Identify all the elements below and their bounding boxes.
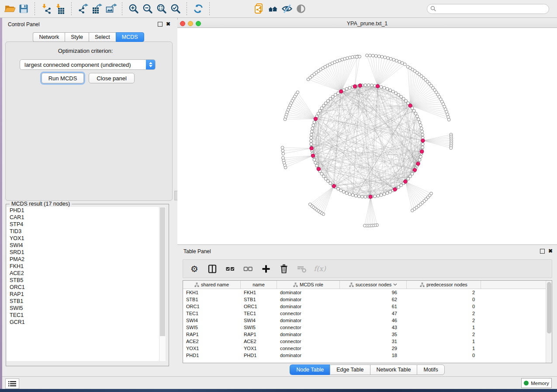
- graph-edge[interactable]: [408, 67, 411, 106]
- graph-node[interactable]: [281, 149, 284, 152]
- graph-node[interactable]: [310, 143, 313, 146]
- graph-node[interactable]: [387, 57, 390, 60]
- graph-node[interactable]: [398, 60, 401, 63]
- graph-node[interactable]: [417, 118, 420, 121]
- graph-edge[interactable]: [312, 76, 341, 92]
- table-row[interactable]: SWI5SWI5connector431: [183, 324, 552, 331]
- table-cell[interactable]: 18: [340, 353, 407, 358]
- graph-edge[interactable]: [320, 186, 334, 212]
- graph-edge[interactable]: [423, 141, 451, 148]
- graph-node[interactable]: [312, 124, 315, 127]
- mcds-result-item[interactable]: SRD1: [7, 249, 159, 256]
- graph-edge[interactable]: [367, 197, 370, 226]
- table-cell[interactable]: 43: [340, 325, 407, 330]
- graph-node[interactable]: [419, 124, 422, 127]
- graph-edge[interactable]: [341, 57, 353, 92]
- hide-selected-button[interactable]: [280, 1, 294, 16]
- graph-node[interactable]: [310, 140, 313, 143]
- graph-node[interactable]: [371, 54, 374, 57]
- graph-edge[interactable]: [291, 103, 316, 119]
- share-network-document-button[interactable]: [252, 1, 266, 16]
- table-cell[interactable]: 2: [407, 332, 481, 337]
- table-cell[interactable]: ACE2: [241, 339, 277, 344]
- zoom-in-button[interactable]: [127, 1, 141, 16]
- graph-node[interactable]: [282, 156, 285, 159]
- graph-edge[interactable]: [423, 141, 451, 144]
- graph-hub-node[interactable]: [413, 168, 416, 172]
- graph-hub-node[interactable]: [393, 188, 397, 191]
- graph-node[interactable]: [358, 55, 361, 58]
- mcds-result-item[interactable]: STB1: [7, 298, 159, 305]
- table-options-button[interactable]: ⚙: [189, 264, 200, 274]
- network-canvas[interactable]: [177, 28, 557, 244]
- table-cell[interactable]: 29: [340, 346, 407, 351]
- show-column-button[interactable]: [207, 264, 218, 274]
- graph-node[interactable]: [421, 146, 424, 149]
- table-row[interactable]: RAP1RAP1dominator352: [183, 331, 552, 338]
- column-header-shared-name[interactable]: shared name: [183, 281, 241, 289]
- mcds-result-item[interactable]: ACE2: [7, 270, 159, 277]
- graph-node[interactable]: [318, 109, 322, 112]
- graph-node[interactable]: [282, 152, 285, 155]
- table-cell[interactable]: RAP1: [183, 332, 241, 337]
- graph-edge[interactable]: [405, 182, 415, 209]
- table-row[interactable]: ORC1ORC1dominator610: [183, 303, 552, 310]
- graph-node[interactable]: [416, 115, 419, 118]
- show-all-button[interactable]: [294, 1, 308, 16]
- graph-node[interactable]: [400, 184, 403, 187]
- graph-hub-node[interactable]: [420, 150, 424, 153]
- graph-node[interactable]: [366, 54, 369, 57]
- graph-node[interactable]: [281, 146, 284, 149]
- graph-node[interactable]: [313, 121, 316, 124]
- mcds-result-item[interactable]: TEC1: [7, 312, 159, 319]
- table-cell[interactable]: 0: [407, 353, 481, 358]
- float-table-panel-icon[interactable]: [540, 249, 545, 254]
- graph-hub-node[interactable]: [310, 147, 313, 150]
- table-row[interactable]: ACE2ACE2connector311: [183, 338, 552, 345]
- graph-node[interactable]: [367, 84, 370, 87]
- refresh-view-button[interactable]: [191, 1, 205, 16]
- graph-node[interactable]: [374, 55, 377, 58]
- column-header-successor-nodes[interactable]: successor nodes: [340, 281, 407, 289]
- table-cell[interactable]: ORC1: [241, 304, 277, 309]
- graph-node[interactable]: [400, 95, 403, 98]
- mcds-result-list[interactable]: PHD1CAR1STP4TID3YOX1SWI4SRD1PMA2FKH1ACE2…: [7, 207, 159, 361]
- graph-node[interactable]: [345, 192, 348, 195]
- table-cell[interactable]: dominator: [277, 318, 340, 323]
- mcds-result-item[interactable]: GCR1: [7, 319, 159, 326]
- first-neighbors-button[interactable]: [266, 1, 280, 16]
- graph-node[interactable]: [389, 57, 392, 60]
- table-cell[interactable]: 1: [407, 346, 481, 351]
- graph-hub-node[interactable]: [416, 162, 420, 165]
- graph-edge[interactable]: [285, 119, 316, 119]
- table-cell[interactable]: SWI5: [241, 325, 277, 330]
- graph-node[interactable]: [383, 86, 386, 89]
- table-cell[interactable]: 1: [407, 325, 481, 330]
- graph-node[interactable]: [296, 91, 299, 94]
- table-row[interactable]: PHD1PHD1dominator180: [183, 352, 552, 359]
- graph-node[interactable]: [394, 92, 398, 95]
- graph-edge[interactable]: [311, 186, 334, 206]
- memory-button[interactable]: Memory: [521, 378, 552, 388]
- export-table-button[interactable]: [90, 1, 104, 16]
- graph-node[interactable]: [326, 179, 329, 182]
- graph-node[interactable]: [380, 193, 383, 196]
- graph-hub-node[interactable]: [404, 180, 407, 183]
- graph-node[interactable]: [313, 158, 316, 162]
- mcds-list-scrollbar[interactable]: [159, 207, 166, 361]
- graph-hub-node[interactable]: [408, 104, 412, 107]
- tool-options-button[interactable]: [5, 378, 19, 389]
- table-cell[interactable]: SWI5: [183, 325, 241, 330]
- export-network-button[interactable]: [76, 1, 90, 16]
- close-table-panel-icon[interactable]: ✖: [548, 249, 553, 253]
- graph-edge[interactable]: [314, 74, 341, 92]
- export-image-button[interactable]: [104, 1, 118, 16]
- graph-node[interactable]: [315, 164, 318, 167]
- graph-node[interactable]: [414, 112, 417, 115]
- graph-node[interactable]: [405, 100, 408, 103]
- table-cell[interactable]: 46: [340, 318, 407, 323]
- graph-edge[interactable]: [367, 55, 377, 86]
- graph-hub-node[interactable]: [339, 89, 343, 93]
- table-scrollbar[interactable]: [546, 281, 552, 363]
- table-cell[interactable]: 1: [407, 339, 481, 344]
